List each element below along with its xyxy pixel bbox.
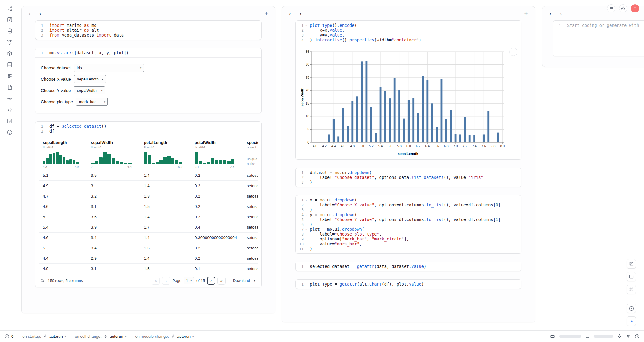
dropdown-select[interactable]: sepalLength▾ bbox=[74, 75, 106, 83]
code-editor[interactable]: 1plot_type = getattr(alt.Chart(df), plot… bbox=[296, 280, 521, 289]
clock-icon[interactable] bbox=[635, 334, 640, 339]
code-line[interactable]: 2df bbox=[35, 129, 261, 134]
column-header[interactable]: speciesobject bbox=[243, 140, 258, 149]
code-line[interactable]: 1›dataset = mo.ui.dropdown( bbox=[296, 170, 521, 175]
code-editor[interactable]: 1›dataset = mo.ui.dropdown(2 label="Choo… bbox=[296, 168, 521, 187]
table-row[interactable]: 53.61.40.2setosa bbox=[39, 212, 258, 222]
sparkle-icon[interactable] bbox=[617, 334, 622, 339]
column-scroll-left-button[interactable]: ‹ bbox=[27, 10, 32, 17]
code-editor[interactable]: 1import marimo as mo2import altair as al… bbox=[35, 21, 261, 40]
last-page-button[interactable]: » bbox=[217, 277, 226, 285]
dropdown-select[interactable]: iris▾ bbox=[74, 64, 144, 72]
fold-chevron-icon[interactable]: › bbox=[304, 198, 309, 202]
code-line[interactable]: 1›x = mo.ui.dropdown( bbox=[296, 198, 521, 202]
fold-chevron-icon[interactable]: › bbox=[304, 212, 309, 217]
code-editor[interactable]: 1 Start coding or generate with bbox=[553, 21, 644, 30]
cell-vstack-controls[interactable]: 1mo.vstack([dataset, x, y, plot]) Choose… bbox=[35, 48, 262, 113]
code-line[interactable]: 10 value="mark_bar", bbox=[296, 241, 521, 246]
save-button[interactable] bbox=[627, 259, 636, 269]
code-line[interactable]: 1plot_type = getattr(alt.Chart(df), plot… bbox=[296, 282, 521, 287]
column-scroll-right-button[interactable]: › bbox=[298, 10, 303, 17]
sidebar-item-marimo-file[interactable]: f bbox=[5, 15, 14, 24]
sidebar-item-packages[interactable] bbox=[5, 49, 14, 58]
code-line[interactable]: 11) bbox=[296, 246, 521, 251]
column-scroll-left-button[interactable]: ‹ bbox=[288, 10, 292, 17]
dropdown-select[interactable]: sepalWidth▾ bbox=[74, 86, 105, 94]
keyboard-shortcuts-button[interactable] bbox=[627, 285, 636, 294]
column-scroll-left-button[interactable]: ‹ bbox=[548, 10, 553, 17]
table-row[interactable]: 4.63.11.50.2setosa bbox=[39, 201, 258, 212]
code-editor[interactable]: 1›plot_type().encode(2 x=x.value,3 y=y.v… bbox=[296, 21, 521, 45]
code-line[interactable]: 3from vega_datasets import data bbox=[35, 33, 261, 37]
on-module-change-config[interactable]: on module change: autorun ▾ bbox=[135, 334, 194, 339]
wifi-icon[interactable] bbox=[626, 334, 631, 339]
shutdown-button[interactable] bbox=[631, 4, 639, 12]
code-line[interactable]: 2 label="Choose X value", options=df.col… bbox=[296, 202, 521, 207]
code-line[interactable]: 4).interactive().properties(width="conta… bbox=[296, 37, 521, 42]
code-line[interactable]: 6) bbox=[296, 222, 521, 227]
code-line[interactable]: 5 label="Choose Y value", options=df.col… bbox=[296, 217, 521, 222]
memory-chip-icon[interactable] bbox=[585, 334, 590, 339]
fold-chevron-icon[interactable]: › bbox=[304, 170, 309, 175]
code-editor[interactable]: 1›x = mo.ui.dropdown(2 label="Choose X v… bbox=[296, 195, 521, 253]
cell-empty[interactable]: 1 Start coding or generate with bbox=[553, 20, 644, 56]
column-scroll-right-button[interactable]: › bbox=[558, 10, 563, 17]
cell-imports[interactable]: 1import marimo as mo2import altair as al… bbox=[35, 20, 262, 40]
code-line[interactable]: 1selected_dataset = getattr(data, datase… bbox=[296, 264, 521, 269]
table-row[interactable]: 4.931.40.2setosa bbox=[39, 180, 258, 191]
code-line[interactable]: 3) bbox=[296, 180, 521, 185]
sidebar-item-help[interactable]: ? bbox=[5, 128, 14, 137]
sidebar-item-outline[interactable] bbox=[5, 71, 14, 80]
code-line[interactable]: 7›plot = mo.ui.dropdown( bbox=[296, 227, 521, 232]
table-row[interactable]: 5.13.51.40.2setosa bbox=[39, 170, 258, 180]
download-button[interactable]: Download▾ bbox=[233, 279, 255, 283]
sidebar-item-dependencies[interactable] bbox=[5, 37, 14, 47]
fold-chevron-icon[interactable]: › bbox=[304, 227, 309, 231]
cell-xy-plot-dropdowns[interactable]: 1›x = mo.ui.dropdown(2 label="Choose X v… bbox=[295, 195, 521, 254]
code-line[interactable]: 1import marimo as mo bbox=[35, 23, 261, 28]
table-row[interactable]: 4.93.11.50.1setosa bbox=[39, 263, 258, 274]
notebook-menu-button[interactable] bbox=[607, 4, 615, 12]
cell-dataframe[interactable]: 1df = selected_dataset()2df sepalLengthf… bbox=[35, 121, 262, 287]
column-header[interactable]: petalLengthfloat64 bbox=[140, 140, 191, 149]
generate-link[interactable]: generate bbox=[607, 23, 627, 28]
column-header[interactable]: petalWidthfloat64 bbox=[191, 140, 243, 149]
keyboard-icon[interactable] bbox=[549, 334, 556, 339]
code-editor[interactable]: 1selected_dataset = getattr(data, datase… bbox=[296, 262, 521, 271]
cell-plot-type[interactable]: 1plot_type = getattr(alt.Chart(df), plot… bbox=[295, 279, 521, 289]
dropdown-select[interactable]: mark_bar▾ bbox=[76, 98, 108, 106]
interrupt-button[interactable] bbox=[627, 304, 636, 313]
cell-plot[interactable]: 1›plot_type().encode(2 x=x.value,3 y=y.v… bbox=[295, 20, 521, 160]
table-row[interactable]: 5.43.91.70.4setosa bbox=[39, 222, 258, 232]
code-line[interactable]: 2import altair as alt bbox=[35, 28, 261, 33]
column-header[interactable]: sepalLengthfloat64 bbox=[39, 140, 87, 149]
search-icon[interactable] bbox=[40, 278, 45, 283]
sidebar-item-notebook[interactable] bbox=[5, 60, 14, 69]
first-page-button[interactable]: « bbox=[152, 277, 160, 285]
table-row[interactable]: 4.73.21.30.2setosa bbox=[39, 191, 258, 201]
run-button[interactable] bbox=[627, 316, 636, 326]
code-line[interactable]: 1df = selected_dataset() bbox=[35, 124, 261, 129]
prev-page-button[interactable]: ‹ bbox=[162, 277, 170, 285]
code-line[interactable]: 1mo.vstack([dataset, x, y, plot]) bbox=[35, 50, 261, 55]
sidebar-item-datasources[interactable] bbox=[5, 26, 14, 35]
code-line[interactable]: 1 Start coding or generate with bbox=[553, 23, 644, 28]
code-line[interactable]: 8 label="Choose plot type", bbox=[296, 232, 521, 237]
code-editor[interactable]: 1mo.vstack([dataset, x, y, plot]) bbox=[35, 48, 261, 57]
sidebar-item-documentation[interactable] bbox=[5, 83, 14, 92]
column-scroll-right-button[interactable]: › bbox=[38, 10, 42, 17]
chart-menu-button[interactable]: ⋯ bbox=[509, 48, 517, 56]
code-line[interactable]: 1›plot_type().encode( bbox=[296, 23, 521, 28]
code-line[interactable]: 9 options=["mark_bar", "mark_circle"], bbox=[296, 237, 521, 241]
add-cell-button[interactable]: + bbox=[263, 10, 270, 17]
sidebar-item-snippets[interactable] bbox=[5, 105, 14, 114]
next-page-button[interactable]: › bbox=[207, 277, 215, 285]
on-startup-config[interactable]: on startup: autorun ▾ bbox=[22, 334, 66, 339]
column-header[interactable]: sepalWidthfloat64 bbox=[87, 140, 140, 149]
sidebar-item-logs[interactable] bbox=[5, 94, 14, 103]
error-count[interactable]: 0 bbox=[4, 334, 13, 339]
table-row[interactable]: 53.41.50.2setosa bbox=[39, 243, 258, 253]
page-select[interactable]: 1▾ bbox=[184, 277, 194, 284]
code-line[interactable]: 3 y=y.value, bbox=[296, 33, 521, 37]
on-cell-change-config[interactable]: on cell change: autorun ▾ bbox=[75, 334, 126, 339]
